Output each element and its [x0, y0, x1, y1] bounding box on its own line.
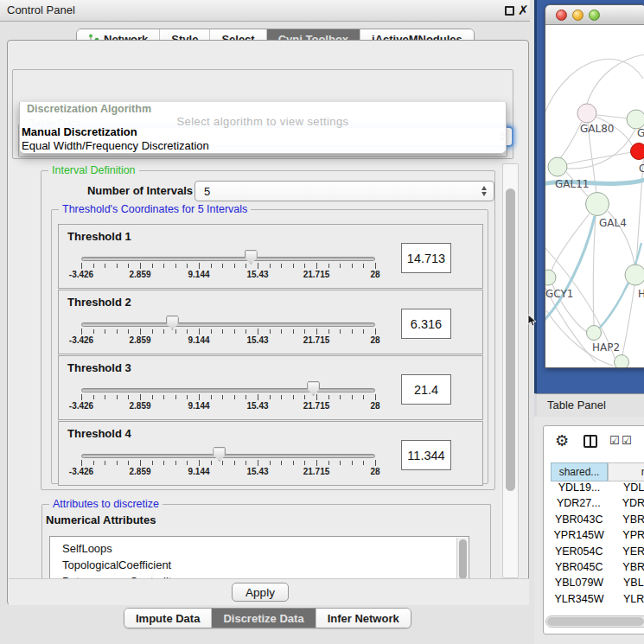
number-of-intervals-value: 5: [204, 185, 210, 198]
table-row[interactable]: YER054CYER0: [551, 545, 644, 561]
network-node-gcy1[interactable]: [545, 270, 556, 285]
minimize-traffic-light-icon[interactable]: [572, 10, 583, 21]
name-cell: YER0: [607, 545, 644, 561]
attributes-scrollbar-thumb[interactable]: [459, 539, 467, 578]
table-horizontal-scrollbar[interactable]: [545, 615, 644, 628]
panel-scrollbar[interactable]: [502, 163, 519, 578]
tab-label: Infer Network: [328, 612, 399, 625]
numerical-attributes-list[interactable]: SelfLoopsTopologicalCoefficientBetweenne…: [49, 536, 469, 578]
slider-tick: [222, 395, 223, 399]
network-edge[interactable]: [587, 54, 644, 104]
table-row[interactable]: YDL19...YDL1: [551, 481, 644, 497]
slider-tick: [211, 461, 212, 465]
zoom-traffic-light-icon[interactable]: [589, 10, 600, 21]
slider-track[interactable]: [81, 454, 375, 458]
attribute-list-item[interactable]: SelfLoops: [62, 540, 469, 557]
column-header-shared-name[interactable]: shared...: [551, 462, 608, 481]
close-traffic-light-icon[interactable]: [556, 10, 567, 21]
discretization-algorithm-ghost-title: Discretization Algorithm: [27, 103, 151, 115]
split-columns-icon[interactable]: [583, 435, 597, 448]
network-node[interactable]: [615, 355, 629, 369]
network-node-h[interactable]: [625, 265, 644, 285]
tab-label: Impute Data: [136, 612, 200, 625]
slider-track[interactable]: [81, 322, 375, 327]
slider-tick-label: 15.43: [237, 401, 278, 411]
threshold-value-field[interactable]: 11.344: [401, 440, 451, 470]
settings-gear-icon[interactable]: ⚙: [555, 431, 569, 450]
slider-tick: [281, 461, 282, 465]
tab-infer-network[interactable]: Infer Network: [316, 609, 411, 628]
attributes-group: Attributes to discretize Numerical Attri…: [41, 504, 491, 578]
network-canvas[interactable]: GAL80GCGAL11GAL4GCY1HHAP2: [545, 25, 644, 368]
slider-thumb[interactable]: [213, 447, 226, 462]
thresholds-group: Threshold's Coordinates for 5 Intervals …: [51, 209, 488, 484]
tab-impute-data[interactable]: Impute Data: [124, 609, 212, 628]
attributes-scrollbar[interactable]: [456, 538, 468, 578]
slider-tick: [293, 264, 294, 268]
table-row[interactable]: YBR043CYBR0: [551, 513, 644, 529]
close-icon[interactable]: ✗: [518, 3, 529, 18]
network-window-titlebar[interactable]: [545, 5, 644, 25]
table-row[interactable]: YBL079WYBL0: [551, 577, 644, 592]
slider-tick: [152, 329, 153, 334]
network-edge[interactable]: [596, 115, 627, 118]
float-window-icon[interactable]: [505, 6, 514, 16]
attribute-list-item[interactable]: TopologicalCoefficient: [62, 557, 469, 573]
apply-button[interactable]: Apply: [232, 583, 289, 602]
checkbox-icon[interactable]: ☑: [622, 434, 632, 447]
number-of-intervals-combobox[interactable]: 5: [194, 181, 494, 201]
threshold-value-field[interactable]: 6.316: [401, 309, 451, 339]
slider-tick-label: 28: [354, 270, 396, 279]
checkbox-icon[interactable]: ☑: [609, 434, 620, 447]
network-node-hap2[interactable]: [587, 326, 602, 341]
name-cell: YPR1: [607, 529, 644, 545]
shared-name-cell: YBR043C: [551, 513, 607, 529]
network-node-c[interactable]: [631, 143, 644, 160]
threshold-value-field[interactable]: 21.4: [401, 374, 451, 405]
slider-thumb[interactable]: [166, 316, 179, 330]
network-edge[interactable]: [567, 152, 631, 164]
slider-tick: [245, 461, 246, 465]
slider-tick: [340, 264, 341, 268]
popup-option-manual-discretization[interactable]: Manual Discretization: [22, 125, 137, 138]
network-window: GAL80GCGAL11GAL4GCY1HHAP2: [545, 4, 644, 368]
slider-tick: [163, 461, 164, 465]
table-row[interactable]: YBR045CYBR0: [551, 561, 644, 577]
panel-scrollbar-thumb[interactable]: [506, 188, 515, 491]
slider-tick-label: -3.426: [61, 401, 102, 411]
table-horizontal-scrollbar-thumb[interactable]: [547, 617, 644, 626]
slider-tick: [81, 394, 82, 400]
network-node-label: C: [639, 163, 644, 175]
slider-tick: [304, 329, 305, 334]
table-row[interactable]: YPR145WYPR1: [551, 529, 644, 545]
slider-thumb[interactable]: [245, 250, 258, 265]
slider-track[interactable]: [81, 257, 375, 261]
table-row[interactable]: YLR345WYLR3: [551, 593, 644, 609]
slider-track[interactable]: [81, 388, 375, 392]
slider-tick: [328, 329, 329, 334]
threshold-panel: Threshold 3-3.4262.8599.14415.4321.71528…: [58, 355, 483, 420]
slider-tick-label: 2.859: [119, 270, 161, 279]
network-node-gal80[interactable]: [577, 104, 596, 123]
network-node-gal11[interactable]: [548, 157, 567, 176]
network-edge[interactable]: [622, 285, 634, 355]
network-edge[interactable]: [546, 310, 613, 366]
threshold-value-field[interactable]: 14.713: [401, 243, 451, 273]
network-edge-highlighted[interactable]: [599, 243, 641, 328]
slider-tick: [199, 460, 200, 466]
tab-discretize-data[interactable]: Discretize Data: [212, 609, 316, 628]
network-node-gal4[interactable]: [586, 193, 609, 216]
table-row[interactable]: YDR27...YDR2: [551, 497, 644, 513]
shared-name-cell: YBR045C: [551, 561, 607, 577]
network-edge[interactable]: [560, 122, 582, 158]
column-header-name[interactable]: n: [608, 462, 644, 481]
network-edge[interactable]: [593, 215, 596, 325]
slider-tick: [140, 460, 141, 466]
network-node-g[interactable]: [627, 110, 644, 129]
network-edge-highlighted[interactable]: [545, 216, 595, 322]
slider-tick: [258, 460, 258, 466]
popup-option-equal-width-frequency[interactable]: Equal Width/Frequency Discretization: [22, 139, 209, 152]
slider-tick: [234, 461, 235, 465]
slider-tick: [270, 395, 271, 399]
slider-thumb[interactable]: [307, 381, 320, 396]
